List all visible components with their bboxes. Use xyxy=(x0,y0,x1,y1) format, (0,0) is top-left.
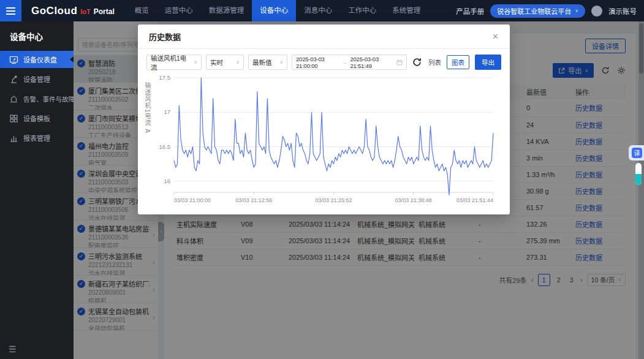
chevron-down-icon: ∨ xyxy=(194,59,197,65)
svg-text:17.5: 17.5 xyxy=(159,74,171,81)
view-toggle-list[interactable]: 列表 xyxy=(427,58,442,67)
template-grid-icon xyxy=(9,114,18,123)
sidebar-item-label: 设备管理 xyxy=(23,74,50,84)
app-screen: GoCloud IoT Portal 概览 运营中心 数据源管理 设备中心 消息… xyxy=(0,0,644,359)
svg-text:03/03 21:51:44: 03/03 21:51:44 xyxy=(456,197,493,203)
nav-item-datasource[interactable]: 数据源管理 xyxy=(201,0,252,21)
sidebar-item-label: 报表管理 xyxy=(23,133,50,143)
date-range-picker[interactable]: 2025-03-03 21:00:00 → 2025-03-03 21:51:4… xyxy=(292,55,407,70)
menu-icon[interactable] xyxy=(0,0,21,21)
mode-select-value: 实时 xyxy=(210,58,223,67)
nav-item-overview[interactable]: 概览 xyxy=(127,0,157,21)
alarm-icon xyxy=(9,94,18,104)
modal-title: 历史数据 xyxy=(149,31,181,42)
device-arm-icon xyxy=(9,75,18,84)
side-floating-widget[interactable] xyxy=(635,163,642,185)
sidebar-item-label: 设备模板 xyxy=(23,113,50,123)
mode-select[interactable]: 实时 ∨ xyxy=(206,55,244,70)
chevron-down-icon: ∨ xyxy=(236,59,240,65)
calendar-icon xyxy=(396,59,403,66)
logo-portal: Portal xyxy=(94,7,115,16)
account-name: 演示账号 xyxy=(608,6,637,16)
aggregation-select-value: 最新值 xyxy=(252,58,272,67)
svg-text:17: 17 xyxy=(164,108,170,115)
chart-y-axis-label: 输送风机1电流 A xyxy=(143,82,152,198)
report-chart-icon xyxy=(9,134,18,143)
navbar-right: 产品手册 锐谷智联工业物联云平台 ∨ 演示账号 xyxy=(456,4,644,18)
svg-text:03/03 21:00:00: 03/03 21:00:00 xyxy=(174,197,211,203)
nav-item-system[interactable]: 系统管理 xyxy=(384,0,428,21)
view-toggle-chart[interactable]: 图表 xyxy=(447,55,469,69)
sidebar-item-label: 设备仪表盘 xyxy=(23,55,57,64)
logo: GoCloud IoT Portal xyxy=(21,5,127,17)
logo-gocloud: GoCloud xyxy=(31,5,77,17)
sidebar-item-device-mgmt[interactable]: 设备管理 xyxy=(0,70,74,88)
svg-text:16.5: 16.5 xyxy=(159,143,171,150)
refresh-icon[interactable] xyxy=(412,58,422,67)
chevron-down-icon: ∨ xyxy=(279,59,283,65)
dashboard-icon xyxy=(9,55,18,64)
sidebar-collapse-icon[interactable]: ☰ xyxy=(9,344,17,354)
translate-widget[interactable]: 译 xyxy=(629,145,644,161)
logo-iot: IoT xyxy=(80,8,91,15)
arrow-right-icon: → xyxy=(343,59,348,66)
svg-text:03/03 21:12:56: 03/03 21:12:56 xyxy=(235,197,272,203)
product-manual-link[interactable]: 产品手册 xyxy=(456,6,484,16)
date-start-value: 2025-03-03 21:00:00 xyxy=(296,56,340,69)
history-data-modal: 历史数据 ✕ 输送风机1电流 ∨ 实时 ∨ 最新值 ∨ 2025-03-03 2… xyxy=(138,25,510,214)
metric-select[interactable]: 输送风机1电流 ∨ xyxy=(146,55,202,70)
svg-text:03/03 21:38:48: 03/03 21:38:48 xyxy=(395,197,432,203)
top-navbar: GoCloud IoT Portal 概览 运营中心 数据源管理 设备中心 消息… xyxy=(0,0,644,21)
platform-select[interactable]: 锐谷智联工业物联云平台 ∨ xyxy=(490,4,585,18)
sidebar: 设备中心 设备仪表盘 设备管理 告警、事件与故障 设备模板 报表管理 ☰ xyxy=(0,21,74,359)
chart-area: 输送风机1电流 A 1616.51717.503/03 21:00:0003/0… xyxy=(138,73,510,206)
main-nav: 概览 运营中心 数据源管理 设备中心 消息中心 工作中心 系统管理 xyxy=(127,0,429,21)
chevron-down-icon: ∨ xyxy=(575,8,578,13)
close-icon[interactable]: ✕ xyxy=(492,32,499,41)
sidebar-item-dashboard[interactable]: 设备仪表盘 xyxy=(0,51,74,68)
nav-item-device-center[interactable]: 设备中心 xyxy=(252,0,296,21)
nav-item-operation[interactable]: 运营中心 xyxy=(157,0,201,21)
date-end-value: 2025-03-03 21:51:49 xyxy=(350,56,394,69)
sidebar-item-label: 告警、事件与故障 xyxy=(23,94,74,104)
translate-icon: 译 xyxy=(632,148,642,158)
aggregation-select[interactable]: 最新值 ∨ xyxy=(248,55,287,70)
avatar[interactable] xyxy=(591,6,602,17)
nav-item-message[interactable]: 消息中心 xyxy=(296,0,340,21)
metric-select-value: 输送风机1电流 xyxy=(151,53,191,72)
sidebar-item-template[interactable]: 设备模板 xyxy=(0,110,74,127)
history-line-chart: 1616.51717.503/03 21:00:0003/03 21:12:56… xyxy=(152,74,498,206)
sidebar-item-report[interactable]: 报表管理 xyxy=(0,129,74,146)
sidebar-item-alarm[interactable]: 告警、事件与故障 xyxy=(0,90,74,107)
svg-text:03/03 21:25:52: 03/03 21:25:52 xyxy=(315,197,352,203)
svg-text:16: 16 xyxy=(164,178,170,184)
platform-select-label: 锐谷智联工业物联云平台 xyxy=(497,6,571,16)
modal-export-button[interactable]: 导出 xyxy=(475,55,501,70)
nav-item-work[interactable]: 工作中心 xyxy=(340,0,384,21)
sidebar-title: 设备中心 xyxy=(0,21,74,51)
